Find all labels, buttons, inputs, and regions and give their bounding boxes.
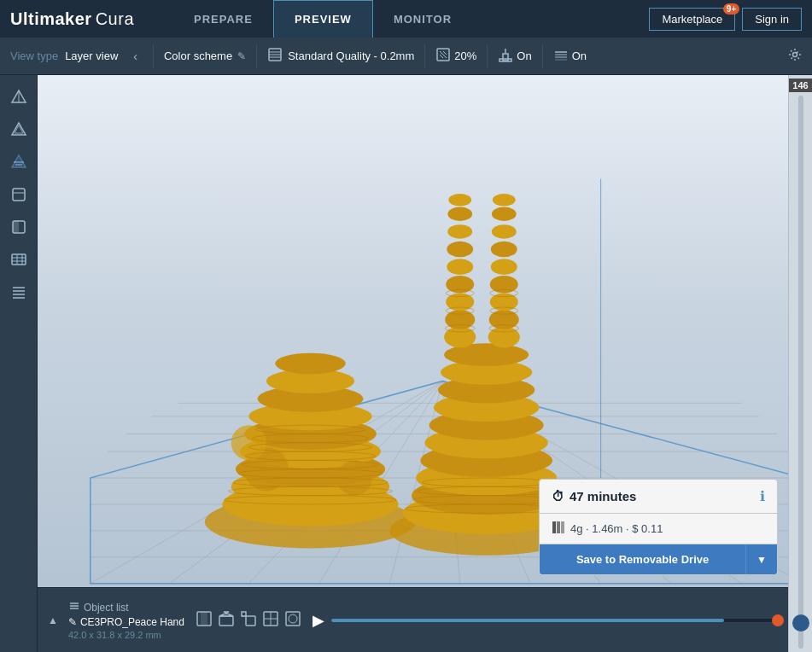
time-value: 47 minutes [570, 489, 636, 504]
svg-point-105 [491, 242, 517, 258]
svg-point-70 [231, 425, 266, 460]
svg-rect-119 [552, 521, 556, 533]
info-button[interactable]: ℹ [760, 488, 765, 504]
signin-button[interactable]: Sign in [742, 8, 802, 31]
bottom-bar: ▲ Object list ✎ CE3PRO_Peace Hand [38, 587, 788, 652]
svg-point-67 [275, 353, 345, 375]
info-material: 4g · 1.46m · $ 0.11 [540, 514, 777, 544]
svg-rect-23 [13, 189, 25, 201]
signin-label: Sign in [755, 13, 789, 26]
progress-bar[interactable] [331, 619, 778, 622]
view-icon-5[interactable] [283, 609, 302, 631]
svg-point-100 [488, 327, 520, 348]
svg-point-107 [492, 207, 517, 221]
svg-point-95 [447, 259, 473, 275]
progress-thumb[interactable] [772, 614, 784, 626]
sidebar-tool-linetype[interactable] [3, 212, 34, 242]
svg-line-7 [440, 55, 443, 58]
play-icon: ▶ [313, 612, 324, 629]
slider-thumb[interactable] [792, 614, 809, 632]
svg-point-98 [447, 207, 472, 221]
color-scheme-edit-button[interactable]: ✎ [237, 50, 246, 62]
save-button[interactable]: Save to Removable Drive [540, 544, 745, 574]
progress-fill [331, 619, 724, 622]
object-dimensions: 42.0 x 31.8 x 29.2 mm [68, 630, 184, 640]
svg-marker-130 [242, 612, 246, 616]
svg-marker-20 [12, 155, 26, 167]
svg-point-96 [447, 242, 473, 258]
main-area: 146 ⏱ 47 minutes ℹ [0, 75, 812, 652]
view-type-value: Layer view [65, 49, 118, 62]
view-icon-4[interactable] [261, 609, 280, 631]
chevron-left-icon: ‹ [133, 49, 137, 63]
color-scheme-label: Color scheme [164, 49, 232, 62]
color-scheme-section: Color scheme ✎ [164, 49, 246, 62]
logo-text-bold: Ultimaker [10, 9, 92, 29]
marketplace-button[interactable]: Marketplace 9+ [649, 8, 735, 31]
edit-icon: ✎ [237, 50, 246, 62]
save-label: Save to Removable Drive [576, 553, 709, 566]
svg-line-6 [443, 51, 447, 55]
quality-icon [267, 47, 283, 66]
play-button[interactable]: ▶ [313, 611, 324, 630]
sidebar-tool-solid[interactable] [3, 82, 34, 113]
svg-point-136 [289, 614, 297, 623]
save-dropdown-button[interactable]: ▼ [745, 544, 777, 574]
tab-monitor[interactable]: MONITOR [373, 0, 472, 38]
viewport[interactable]: 146 ⏱ 47 minutes ℹ [38, 75, 812, 652]
sidebar-tool-temperature[interactable] [3, 277, 34, 307]
object-list-label: Object list [84, 602, 129, 614]
left-sidebar [0, 75, 38, 652]
view-icon-3[interactable] [239, 609, 258, 631]
sidebar-tool-xray[interactable] [3, 114, 34, 145]
sidebar-tool-layers[interactable] [3, 147, 34, 178]
support-value: On [517, 49, 531, 62]
dropdown-icon: ▼ [757, 554, 767, 566]
app-logo: Ultimaker Cura [10, 9, 134, 29]
infill-section: 20% [435, 47, 476, 65]
object-list-section: Object list ✎ CE3PRO_Peace Hand 42.0 x 3… [68, 600, 184, 640]
svg-point-15 [793, 53, 797, 57]
toolbar: View type Layer view ‹ Color scheme ✎ St… [0, 38, 812, 75]
svg-point-106 [492, 224, 517, 238]
view-icon-1[interactable] [195, 609, 213, 631]
material-text: 4g · 1.46m · $ 0.11 [570, 522, 663, 535]
quality-section: Standard Quality - 0.2mm [267, 47, 414, 66]
svg-point-104 [491, 259, 517, 275]
layer-slider[interactable]: 146 [788, 75, 812, 652]
expand-button[interactable]: ▲ [48, 614, 58, 626]
object-name: ✎ CE3PRO_Peace Hand [68, 616, 184, 628]
sidebar-tool-speed[interactable] [3, 244, 34, 275]
svg-rect-126 [201, 612, 207, 626]
svg-point-97 [447, 224, 472, 238]
sidebar-tool-material[interactable] [3, 179, 34, 210]
toolbar-divider-2 [256, 44, 257, 68]
view-icons [195, 609, 302, 631]
object-edit-icon: ✎ [68, 616, 77, 628]
object-list-header: Object list [68, 600, 184, 614]
svg-rect-120 [557, 521, 560, 533]
svg-rect-121 [561, 521, 564, 533]
marketplace-label: Marketplace [662, 13, 722, 26]
view-type-toggle[interactable]: ‹ [128, 48, 143, 65]
support-icon [498, 47, 513, 65]
adhesion-section: On [553, 47, 587, 65]
nav-tabs: PREPARE PREVIEW MONITOR [173, 0, 472, 38]
time-icon: ⏱ [552, 489, 564, 504]
object-list-icon [68, 600, 80, 614]
view-icon-2[interactable] [217, 609, 236, 631]
tab-preview[interactable]: PREVIEW [273, 0, 373, 38]
adhesion-value: On [572, 49, 587, 62]
quality-label: Standard Quality - 0.2mm [288, 49, 414, 62]
marketplace-badge: 9+ [723, 3, 739, 15]
slider-track[interactable] [798, 96, 803, 649]
settings-button[interactable] [788, 48, 802, 64]
info-card: ⏱ 47 minutes ℹ 4g · 1.46m · $ 0.11 Save [539, 479, 778, 575]
toolbar-divider-3 [424, 44, 425, 68]
info-time: ⏱ 47 minutes [552, 489, 636, 504]
toolbar-divider-1 [153, 44, 154, 68]
playback-section: ▶ [313, 611, 778, 630]
svg-rect-8 [503, 54, 508, 61]
view-type-label: View type [10, 49, 58, 62]
tab-prepare[interactable]: PREPARE [173, 0, 273, 38]
